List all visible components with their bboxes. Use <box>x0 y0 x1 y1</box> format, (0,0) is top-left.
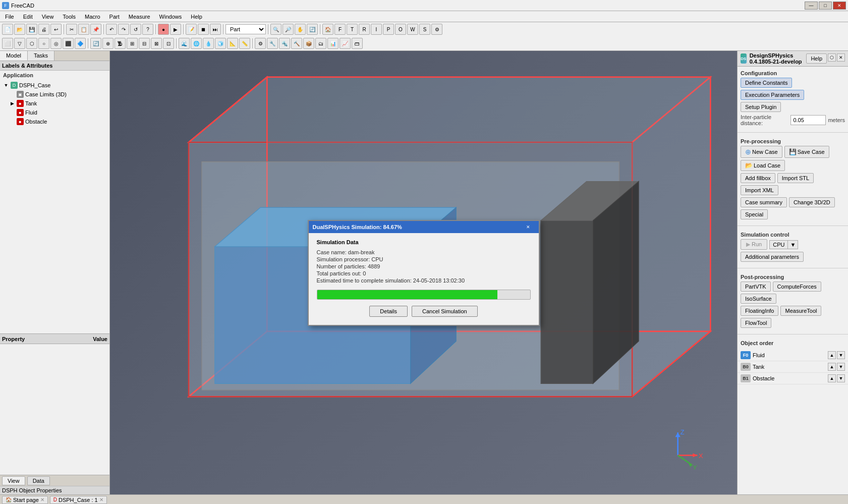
cpu-dropdown-arrow[interactable]: ▼ <box>788 240 798 249</box>
tb-view-solid[interactable]: S <box>419 24 430 35</box>
tb2-19[interactable]: 📐 <box>227 38 238 49</box>
tb2-3[interactable]: ⬡ <box>26 38 37 49</box>
minimize-button[interactable]: — <box>805 2 818 10</box>
maximize-button[interactable]: □ <box>819 2 832 10</box>
tb-cut[interactable]: ✂ <box>66 24 77 35</box>
tb2-5[interactable]: ◎ <box>50 38 62 49</box>
tree-tank-expand[interactable]: ▶ <box>9 101 15 106</box>
tb2-29[interactable]: 🗃 <box>352 38 363 49</box>
tb2-2[interactable]: ▽ <box>14 38 25 49</box>
dsph-case-close[interactable]: ✕ <box>99 497 103 502</box>
tb-pan[interactable]: ✋ <box>295 24 306 35</box>
cpu-button[interactable]: CPU <box>769 240 788 249</box>
bottom-tab-data[interactable]: Data <box>27 476 50 485</box>
tab-tasks[interactable]: Tasks <box>28 51 54 61</box>
tb-save[interactable]: 💾 <box>26 24 37 35</box>
tb2-9[interactable]: ⊕ <box>102 38 114 49</box>
tb2-27[interactable]: 📊 <box>327 38 338 49</box>
canvas-area[interactable]: Z X Y DualSPHysics Simulation: 84.67% ✕ … <box>110 51 737 494</box>
tank-up-btn[interactable]: ▲ <box>828 363 836 371</box>
floating-info-button[interactable]: FloatingInfo <box>741 306 778 316</box>
cancel-simulation-button[interactable]: Cancel Simulation <box>412 306 478 317</box>
tb2-7[interactable]: 🔷 <box>75 38 86 49</box>
tb-open[interactable]: 📂 <box>14 24 25 35</box>
tree-root[interactable]: ▼ D DSPH_Case <box>1 81 108 90</box>
tb2-13[interactable]: ⊠ <box>151 38 162 49</box>
tb2-26[interactable]: 🗂 <box>315 38 326 49</box>
tb-macro[interactable]: 📝 <box>186 24 197 35</box>
tb-paste[interactable]: 📌 <box>90 24 101 35</box>
tb-view-right[interactable]: R <box>359 24 370 35</box>
tb2-16[interactable]: 🌐 <box>191 38 202 49</box>
part-selector[interactable]: Part <box>225 24 266 34</box>
tb-view-persp[interactable]: P <box>383 24 394 35</box>
menu-edit[interactable]: Edit <box>19 13 37 21</box>
tree-case-limits[interactable]: ▣ Case Limits (3D) <box>7 90 108 99</box>
save-case-button[interactable]: 💾 Save Case <box>784 146 829 158</box>
tb-copy[interactable]: 📋 <box>78 24 89 35</box>
tb-help[interactable]: ? <box>142 24 153 35</box>
partvtk-button[interactable]: PartVTK <box>741 282 771 292</box>
tab-model[interactable]: Model <box>0 51 28 61</box>
tree-obstacle[interactable]: ■ Obstacle <box>7 117 108 126</box>
tb-step[interactable]: ⏭ <box>210 24 221 35</box>
tb-stop[interactable]: ⏹ <box>198 24 209 35</box>
tb2-23[interactable]: 🔩 <box>279 38 290 49</box>
import-xml-button[interactable]: Import XML <box>741 185 778 195</box>
fluid-down-btn[interactable]: ▼ <box>837 351 845 359</box>
tb2-18[interactable]: 🧊 <box>215 38 226 49</box>
special-button[interactable]: Special <box>741 209 768 219</box>
tb2-21[interactable]: ⚙ <box>255 38 266 49</box>
tb-undo2[interactable]: ↩ <box>50 24 62 35</box>
start-page-close[interactable]: ✕ <box>40 497 44 502</box>
tb-view-ortho[interactable]: O <box>395 24 406 35</box>
flow-tool-button[interactable]: FlowTool <box>741 318 771 328</box>
tb-view-home[interactable]: 🏠 <box>322 24 333 35</box>
change-3d-button[interactable]: Change 3D/2D <box>789 197 835 207</box>
menu-windows[interactable]: Windows <box>155 13 186 21</box>
measure-tool-button[interactable]: MeasureTool <box>780 306 821 316</box>
new-case-button[interactable]: ⊕ New Case <box>741 146 782 158</box>
import-stl-button[interactable]: Import STL <box>777 173 814 183</box>
tree-fluid[interactable]: ■ Fluid <box>7 108 108 117</box>
iso-surface-button[interactable]: IsoSurface <box>741 294 776 304</box>
tb2-8[interactable]: 🔄 <box>90 38 101 49</box>
fluid-up-btn[interactable]: ▲ <box>828 351 836 359</box>
define-constants-button[interactable]: Define Constants <box>741 78 792 88</box>
tb2-1[interactable]: ⬜ <box>2 38 13 49</box>
tb-view-wire[interactable]: W <box>407 24 418 35</box>
execution-parameters-button[interactable]: Execution Parameters <box>741 90 804 100</box>
close-button[interactable]: ✕ <box>833 2 846 10</box>
tb2-20[interactable]: 📏 <box>239 38 250 49</box>
tb-view-front[interactable]: F <box>334 24 346 35</box>
rp-close-btn[interactable]: ✕ <box>837 53 845 62</box>
sim-close-btn[interactable]: ✕ <box>522 223 535 231</box>
setup-plugin-button[interactable]: Setup Plugin <box>741 102 781 112</box>
menu-measure[interactable]: Measure <box>125 13 154 21</box>
tb2-24[interactable]: 🔨 <box>291 38 302 49</box>
tb2-25[interactable]: 📦 <box>303 38 314 49</box>
menu-file[interactable]: File <box>1 13 18 21</box>
menu-macro[interactable]: Macro <box>81 13 104 21</box>
inter-particle-input[interactable] <box>790 115 826 125</box>
add-fillbox-button[interactable]: Add fillbox <box>741 173 775 183</box>
tb-record[interactable]: ● <box>158 24 169 35</box>
details-button[interactable]: Details <box>369 306 408 317</box>
tb-undo[interactable]: ↶ <box>106 24 117 35</box>
tree-tank[interactable]: ▶ ■ Tank <box>7 99 108 108</box>
load-case-button[interactable]: 📂 Load Case <box>741 160 785 171</box>
case-summary-button[interactable]: Case summary <box>741 197 787 207</box>
compute-forces-button[interactable]: ComputeForces <box>773 282 821 292</box>
tb-view-top[interactable]: T <box>347 24 358 35</box>
tb2-28[interactable]: 📈 <box>340 38 351 49</box>
tb-zoom-in[interactable]: 🔎 <box>282 24 294 35</box>
tb-rotate[interactable]: 🔄 <box>307 24 318 35</box>
tb-options[interactable]: ⚙ <box>431 24 442 35</box>
start-page-tab[interactable]: 🏠 Start page ✕ <box>2 496 48 504</box>
tb-view-iso[interactable]: I <box>371 24 382 35</box>
tb-refresh[interactable]: ↺ <box>130 24 141 35</box>
rp-float-btn[interactable]: ⬡ <box>828 53 836 62</box>
tb2-6[interactable]: ⬛ <box>63 38 74 49</box>
menu-view[interactable]: View <box>38 13 58 21</box>
help-button[interactable]: Help <box>806 53 827 64</box>
